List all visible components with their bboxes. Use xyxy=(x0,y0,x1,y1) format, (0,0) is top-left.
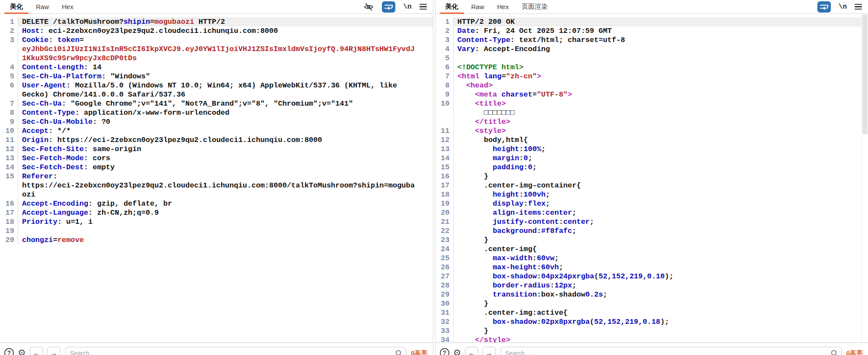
code-line[interactable]: 13 height:100%; xyxy=(436,145,868,154)
next-match-button[interactable]: → xyxy=(47,347,61,355)
code-line[interactable]: 4Vary: Accept-Encoding xyxy=(436,45,868,54)
menu-button[interactable] xyxy=(420,4,427,10)
code-line[interactable]: 13Sec-Fetch-Mode: cors xyxy=(0,154,433,163)
previous-match-button[interactable]: ← xyxy=(465,347,478,355)
code-line[interactable]: 26 max-height:60vh; xyxy=(436,263,868,272)
code-line[interactable]: eyJhbGci0iJIUzI1NiIsInR5cCI6IkpXVCJ9.eyJ… xyxy=(0,45,433,54)
newline-toggle-button[interactable]: \n xyxy=(839,3,847,11)
code-line[interactable]: Gecko) Chrome/141.0.0.0 Safari/537.36 xyxy=(0,90,433,99)
code-line[interactable]: 17 .center-img-container{ xyxy=(436,181,868,190)
word-wrap-toggle-button[interactable] xyxy=(382,1,395,13)
code-line[interactable]: 9 <meta charset="UTF-8"> xyxy=(436,90,868,99)
code-line[interactable]: </title> xyxy=(436,117,868,126)
code-line[interactable]: 5Sec-Ch-Ua-Platform: "Windows" xyxy=(0,72,433,81)
tab-beautify[interactable]: 美化 xyxy=(3,0,29,13)
code-line[interactable]: 31 .center-img:active{ xyxy=(436,308,868,317)
code-line[interactable]: 14Sec-Fetch-Dest: empty xyxy=(0,163,433,172)
response-toolbar: \n xyxy=(817,0,868,13)
code-line[interactable]: 10Accept: */* xyxy=(0,126,433,136)
help-icon[interactable]: ? xyxy=(440,348,449,355)
code-line[interactable]: 9Sec-Ch-Ua-Mobile: ?0 xyxy=(0,117,433,126)
code-line[interactable]: 2Host: eci-2zebxcn0oy23lpez9qu2.cloudeci… xyxy=(0,26,433,36)
code-line[interactable]: 19 xyxy=(0,226,433,236)
hide-toggle-button[interactable] xyxy=(363,2,374,12)
code-line[interactable]: 11Origin: https://eci-2zebxcn0oy23lpez9q… xyxy=(0,136,433,145)
newline-toggle-button[interactable]: \n xyxy=(403,3,411,11)
tab-page-render[interactable]: 页面渲染 xyxy=(515,0,554,13)
code-line[interactable]: 1KkuXS9c9Srw9pcyJx8cDP0tDs xyxy=(0,54,433,63)
code-text xyxy=(454,54,868,63)
code-line[interactable]: 16Accept-Encoding: gzip, deflate, br xyxy=(0,199,433,208)
line-number xyxy=(0,54,18,63)
help-icon[interactable]: ? xyxy=(4,348,14,355)
search-input[interactable] xyxy=(500,347,841,355)
code-line[interactable]: ozi xyxy=(0,190,433,199)
response-tabbar: 美化RawHex页面渲染 \n xyxy=(436,0,868,14)
code-line[interactable]: 20chongzi=remove xyxy=(0,236,433,245)
request-editor[interactable]: 1DELETE /talkToMushroom?shipin=mogubaozi… xyxy=(0,14,433,342)
code-text: } xyxy=(454,326,868,336)
code-line[interactable]: 18Priority: u=1, i xyxy=(0,217,433,226)
code-line[interactable]: 8 <head> xyxy=(436,81,868,90)
response-viewer[interactable]: 1HTTP/2 200 OK2Date: Fri, 24 Oct 2025 12… xyxy=(436,14,868,342)
search-input[interactable] xyxy=(65,347,406,355)
code-line[interactable]: 18 height:100vh; xyxy=(436,190,868,199)
tab-raw[interactable]: Raw xyxy=(29,0,55,13)
line-number: 19 xyxy=(0,226,18,236)
code-text: Referer: xyxy=(18,172,433,181)
menu-button[interactable] xyxy=(855,4,862,10)
code-line[interactable]: 11 <style> xyxy=(436,126,868,136)
code-line[interactable]: 15Referer: xyxy=(0,172,433,181)
settings-gear-icon[interactable]: ⚙ xyxy=(18,347,26,355)
code-line[interactable]: 33 } xyxy=(436,326,868,336)
code-line[interactable]: 8Content-Type: application/x-www-form-ur… xyxy=(0,108,433,117)
code-line[interactable]: 17Accept-Language: zh-CN,zh;q=0.9 xyxy=(0,208,433,217)
code-line[interactable]: 15 padding:0; xyxy=(436,163,868,172)
code-line[interactable]: 27 box-shadow:04px24pxrgba(52,152,219,0.… xyxy=(436,272,868,281)
scrollbar-thumb[interactable] xyxy=(862,15,868,134)
code-line[interactable]: 20 align-items:center; xyxy=(436,208,868,217)
code-line[interactable]: 6<!DOCTYPE html> xyxy=(436,63,868,72)
tab-raw[interactable]: Raw xyxy=(465,0,491,13)
code-line[interactable]: 3Cookie: token= xyxy=(0,36,433,45)
next-match-button[interactable]: → xyxy=(482,347,496,355)
code-line[interactable]: 23 } xyxy=(436,236,868,245)
code-line[interactable]: 34 </style> xyxy=(436,336,868,342)
code-line[interactable]: 30 } xyxy=(436,299,868,308)
code-line[interactable]: 5 xyxy=(436,54,868,63)
code-text: Priority: u=1, i xyxy=(18,217,433,226)
code-line[interactable]: 22 background:#f8fafc; xyxy=(436,226,868,236)
code-line[interactable]: 12Sec-Fetch-Site: same-origin xyxy=(0,145,433,154)
code-line[interactable]: 25 max-width:60vw; xyxy=(436,254,868,263)
code-line[interactable]: 21 justify-content:center; xyxy=(436,217,868,226)
code-line[interactable]: 10 <title> xyxy=(436,99,868,108)
code-line[interactable]: 24 .center-img{ xyxy=(436,245,868,254)
tab-beautify[interactable]: 美化 xyxy=(439,0,465,13)
word-wrap-icon xyxy=(817,1,831,13)
code-line[interactable]: 29 transition:box-shadow0.2s; xyxy=(436,290,868,299)
code-line[interactable]: 14 margin:0; xyxy=(436,154,868,163)
code-line[interactable]: 28 border-radius:12px; xyxy=(436,281,868,290)
tab-hex[interactable]: Hex xyxy=(491,0,516,13)
code-line[interactable]: 16 } xyxy=(436,172,868,181)
code-line[interactable]: 7<html lang="zh-cn"> xyxy=(436,72,868,81)
settings-gear-icon[interactable]: ⚙ xyxy=(453,347,461,355)
code-line[interactable]: 6User-Agent: Mozilla/5.0 (Windows NT 10.… xyxy=(0,81,433,90)
line-number: 17 xyxy=(0,208,18,217)
tab-hex[interactable]: Hex xyxy=(55,0,80,13)
word-wrap-toggle-button[interactable] xyxy=(817,1,831,13)
code-line[interactable]: 32 box-shadow:02px8pxrgba(52,152,219,0.1… xyxy=(436,317,868,326)
code-line[interactable]: 2Date: Fri, 24 Oct 2025 12:07:59 GMT xyxy=(436,26,868,36)
code-line[interactable]: 19 display:flex; xyxy=(436,199,868,208)
code-line[interactable]: 3Content-Type: text/html; charset=utf-8 xyxy=(436,36,868,45)
code-line[interactable]: 7Sec-Ch-Ua: "Google Chrome";v="141", "No… xyxy=(0,99,433,108)
code-line[interactable]: 1HTTP/2 200 OK xyxy=(436,17,868,26)
code-line[interactable]: 1DELETE /talkToMushroom?shipin=mogubaozi… xyxy=(0,17,433,26)
scrollbar[interactable] xyxy=(862,14,868,342)
code-line[interactable]: 4Content-Length: 14 xyxy=(0,63,433,72)
code-line[interactable]: https://eci-2zebxcn0oy23lpez9qu2.cloudec… xyxy=(0,181,433,190)
previous-match-button[interactable]: ← xyxy=(30,347,43,355)
line-number: 22 xyxy=(436,226,454,236)
code-line[interactable]: 12 body,html{ xyxy=(436,136,868,145)
code-line[interactable]: □□□□□□□ xyxy=(436,108,868,117)
